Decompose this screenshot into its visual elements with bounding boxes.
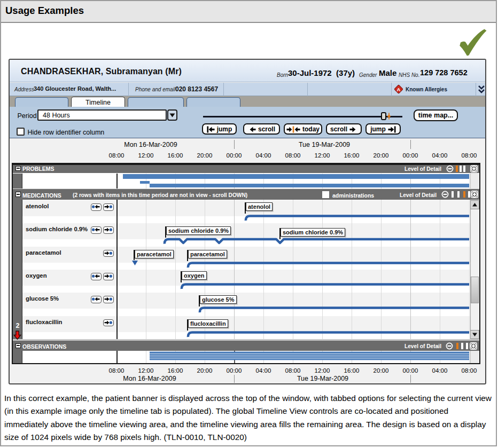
- svg-text:A: A: [397, 87, 401, 92]
